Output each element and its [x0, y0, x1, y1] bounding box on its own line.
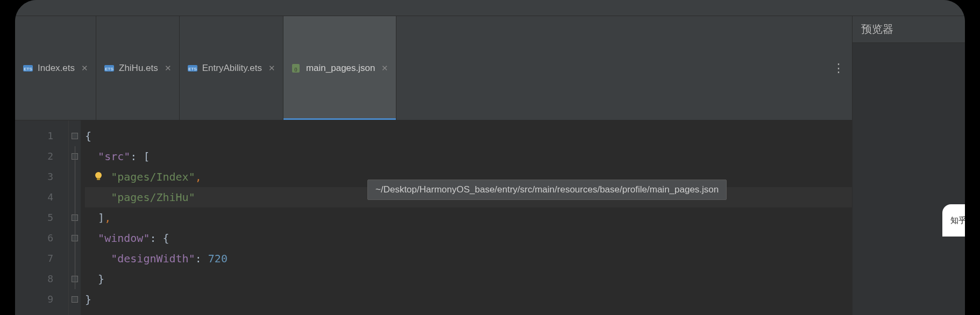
ide-frame: ETS Index.ets ✕ ETS ZhiHu.ets ✕ ETS Entr…	[15, 0, 965, 315]
code-line: "window": {	[85, 228, 852, 248]
tab-entryability-ets[interactable]: ETS EntryAbility.ets ✕	[180, 16, 283, 120]
fold-toggle[interactable]	[72, 296, 78, 303]
svg-text:ETS: ETS	[188, 67, 197, 71]
line-number: 1	[15, 126, 68, 146]
tab-overflow-menu[interactable]: ⋮	[825, 16, 852, 120]
top-bar	[15, 0, 965, 16]
line-number: 8	[15, 269, 68, 289]
tab-index-ets[interactable]: ETS Index.ets ✕	[15, 16, 96, 120]
svg-text:{}: {}	[294, 67, 297, 71]
svg-text:ETS: ETS	[105, 67, 113, 71]
svg-rect-9	[97, 178, 100, 180]
tab-main-pages-json[interactable]: {} main_pages.json ✕	[283, 16, 397, 120]
ets-file-icon: ETS	[23, 63, 33, 74]
ets-file-icon: ETS	[187, 63, 198, 74]
line-number: 5	[15, 207, 68, 228]
previewer-panel: 预览器 知乎	[852, 16, 965, 315]
svg-text:ETS: ETS	[24, 67, 32, 71]
json-file-icon: {}	[291, 63, 302, 74]
preview-chip[interactable]: 知乎	[942, 204, 965, 237]
line-number: 7	[15, 248, 68, 269]
code-line: ],	[85, 207, 852, 228]
fold-column	[69, 120, 81, 315]
lightbulb-icon[interactable]	[94, 171, 103, 181]
tab-label: Index.ets	[38, 63, 75, 74]
close-icon[interactable]: ✕	[165, 63, 172, 73]
tab-label: main_pages.json	[306, 63, 375, 74]
code-line: }	[85, 289, 852, 310]
file-path-tooltip: ~/Desktop/HarmonyOS_base/entry/src/main/…	[367, 180, 727, 200]
svg-point-8	[95, 172, 102, 178]
line-number: 2	[15, 146, 68, 167]
line-number: 9	[15, 289, 68, 310]
close-icon[interactable]: ✕	[268, 63, 275, 73]
tabs-row: ETS Index.ets ✕ ETS ZhiHu.ets ✕ ETS Entr…	[15, 16, 852, 120]
line-number: 3	[15, 167, 68, 187]
editor[interactable]: 1 2 3 4 5 6 7 8 9	[15, 120, 852, 315]
fold-toggle[interactable]	[72, 133, 78, 139]
code-line: "src": [	[85, 146, 852, 167]
close-icon[interactable]: ✕	[81, 63, 88, 73]
main-area: ETS Index.ets ✕ ETS ZhiHu.ets ✕ ETS Entr…	[15, 16, 852, 315]
line-gutter: 1 2 3 4 5 6 7 8 9	[15, 120, 69, 315]
tab-label: ZhiHu.ets	[119, 63, 158, 74]
ide-body: ETS Index.ets ✕ ETS ZhiHu.ets ✕ ETS Entr…	[15, 16, 965, 315]
close-icon[interactable]: ✕	[381, 63, 388, 73]
code-area[interactable]: { "src": [ "pages/Index", "pages/ZhiHu" …	[81, 120, 852, 315]
tab-label: EntryAbility.ets	[202, 63, 262, 74]
code-line: {	[85, 126, 852, 146]
line-number: 4	[15, 187, 68, 207]
tab-zhihu-ets[interactable]: ETS ZhiHu.ets ✕	[96, 16, 180, 120]
previewer-body: 知乎	[853, 43, 965, 315]
previewer-title[interactable]: 预览器	[853, 16, 965, 43]
ets-file-icon: ETS	[104, 63, 115, 74]
line-number: 6	[15, 228, 68, 248]
code-line: "designWidth": 720	[85, 248, 852, 269]
code-line: }	[85, 269, 852, 289]
